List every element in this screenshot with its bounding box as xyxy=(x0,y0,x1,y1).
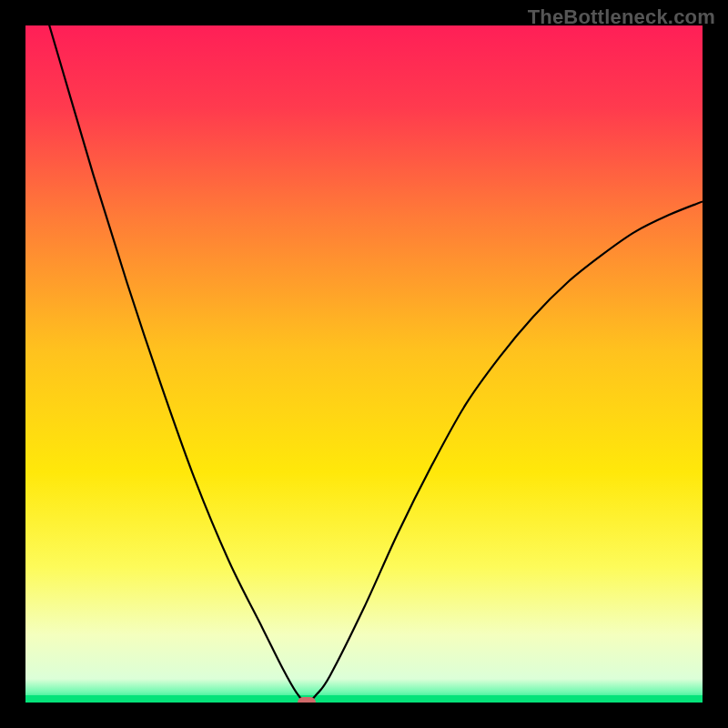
svg-rect-0 xyxy=(25,25,703,703)
svg-rect-1 xyxy=(25,695,703,703)
minimum-marker xyxy=(298,697,316,703)
chart-container: TheBottleneck.com xyxy=(0,0,728,728)
chart-svg xyxy=(25,25,703,703)
plot-area xyxy=(25,25,703,703)
